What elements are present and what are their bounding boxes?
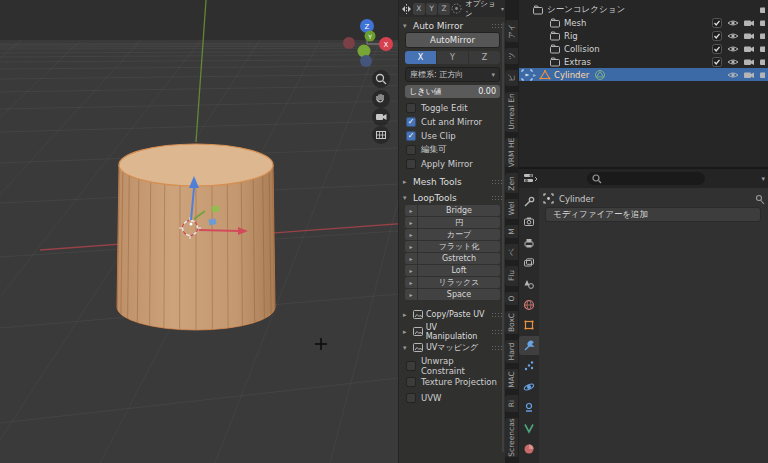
editor-type-icon[interactable] — [523, 172, 539, 185]
checkbox-toggle-icon[interactable] — [711, 43, 723, 55]
looptools-bridge-button[interactable]: Bridge — [418, 205, 500, 216]
camera-toggle-icon[interactable] — [743, 17, 755, 29]
checkbox-row[interactable]: Toggle Edit — [399, 101, 506, 115]
sidebar-tab-unreal-en[interactable]: Unreal En — [505, 92, 518, 131]
sidebar-tab--[interactable]: ビ — [505, 70, 518, 86]
panel-header-copy-paste-uv[interactable]: ▸ Copy/Paste UV — [399, 308, 506, 321]
properties-search-input[interactable] — [587, 172, 705, 185]
sidebar-tab--[interactable]: ベ — [505, 244, 518, 260]
expand-options-button[interactable]: ▸ — [405, 289, 417, 300]
orientation-dropdown[interactable]: 座標系: 正方向 ▾ — [405, 67, 500, 82]
outliner-row-extras[interactable]: Extras — [519, 55, 768, 68]
looptools-loft-button[interactable]: Loft — [418, 265, 500, 276]
edit-mode-icon[interactable] — [521, 69, 533, 81]
checkbox-toggle-icon[interactable] — [711, 17, 723, 29]
camera-toggle-icon[interactable] — [743, 43, 755, 55]
outliner-item-label[interactable]: Cylinder — [554, 70, 589, 80]
properties-tab-output[interactable] — [519, 233, 539, 252]
outliner-row-collision[interactable]: Collision — [519, 42, 768, 55]
panel-grip-icon[interactable] — [491, 195, 502, 200]
properties-tab-tool[interactable] — [519, 192, 539, 211]
sidebar-tab-m[interactable]: M — [505, 225, 518, 238]
properties-tab-object[interactable] — [519, 316, 539, 335]
nav-gizmo[interactable]: Z Y X — [340, 16, 400, 76]
sidebar-tab-flu[interactable]: Flu — [505, 266, 518, 286]
sidebar-tab-ri[interactable]: Ri — [505, 395, 518, 412]
properties-tab-render[interactable] — [519, 213, 539, 232]
sidebar-tab-wel[interactable]: Wel — [505, 199, 518, 219]
pin-icon[interactable] — [754, 194, 766, 206]
breadcrumb-object-name[interactable]: Cylinder — [559, 194, 594, 204]
sidebar-tab-zen[interactable]: Zen — [505, 173, 518, 193]
outliner-row-mesh[interactable]: Mesh — [519, 16, 768, 29]
looptools---button[interactable]: リラックス — [418, 277, 500, 288]
panel-header-looptools[interactable]: ▾ LoopTools — [399, 191, 506, 204]
camera-toggle-icon[interactable] — [743, 69, 755, 81]
outliner-row--[interactable]: シーンコレクション — [519, 3, 768, 16]
outliner-item-label[interactable]: Extras — [564, 57, 591, 67]
eye-toggle-icon[interactable] — [727, 69, 739, 81]
proportional-editing-icon[interactable] — [451, 3, 462, 15]
properties-tab-data[interactable] — [519, 419, 539, 438]
panel-header-mesh-tools[interactable]: ▸ Mesh Tools — [399, 175, 506, 188]
expand-options-button[interactable]: ▸ — [405, 265, 417, 276]
properties-tab-material[interactable] — [519, 439, 539, 458]
expand-options-button[interactable]: ▸ — [405, 205, 417, 216]
outliner-row-cylinder[interactable]: ▸Cylinder — [519, 68, 768, 81]
properties-tab-scene[interactable] — [519, 274, 539, 293]
panel-header-uv-manipulation[interactable]: ▸ UV Manipulation — [399, 325, 506, 338]
axis-y-button[interactable]: Y — [437, 51, 468, 64]
checkbox-row[interactable]: UVW — [399, 390, 506, 406]
properties-tab-particles[interactable] — [519, 357, 539, 376]
panel-grip-icon[interactable] — [491, 345, 502, 350]
render-toggle-icon[interactable] — [759, 17, 765, 29]
eye-toggle-icon[interactable] — [727, 17, 739, 29]
looptools-space-button[interactable]: Space — [418, 289, 500, 300]
panel-header-auto-mirror[interactable]: ▾ Auto Mirror — [399, 19, 506, 32]
properties-tab-world[interactable] — [519, 295, 539, 314]
properties-tab-constraints[interactable] — [519, 398, 539, 417]
checkbox-unchecked-icon[interactable] — [406, 361, 416, 371]
render-toggle-icon[interactable] — [759, 4, 765, 16]
checkbox-unchecked-icon[interactable] — [406, 377, 416, 387]
sidebar-tab-o[interactable]: O — [505, 292, 518, 305]
sidebar-tab-hard[interactable]: Hard — [505, 340, 518, 363]
threshold-slider[interactable]: しきい値 0.00 — [405, 85, 500, 98]
eye-toggle-icon[interactable] — [727, 56, 739, 68]
checkbox-row[interactable]: Unwrap Constraint — [399, 358, 506, 374]
eye-toggle-icon[interactable] — [727, 30, 739, 42]
camera-toggle-icon[interactable] — [743, 30, 755, 42]
outliner-item-label[interactable]: Collision — [564, 44, 600, 54]
mirror-x-toggle[interactable]: X — [413, 3, 425, 15]
camera-toggle-icon[interactable] — [743, 56, 755, 68]
outliner-item-label[interactable]: シーンコレクション — [547, 4, 625, 16]
checkbox-toggle-icon[interactable] — [711, 30, 723, 42]
render-toggle-icon[interactable] — [759, 30, 765, 42]
sidebar-tab-screencas[interactable]: Screencas — [505, 418, 518, 457]
properties-tab-physics[interactable] — [519, 377, 539, 396]
axis-x-button[interactable]: X — [405, 51, 436, 64]
axis-z-button[interactable]: Z — [469, 51, 500, 64]
render-toggle-icon[interactable] — [759, 69, 765, 81]
checkbox-unchecked-icon[interactable] — [406, 103, 416, 113]
nav-x-neg-ball[interactable] — [343, 37, 355, 49]
mirror-z-toggle[interactable]: Z — [438, 3, 450, 15]
expand-options-button[interactable]: ▸ — [405, 277, 417, 288]
checkbox-unchecked-icon[interactable] — [406, 145, 416, 155]
looptools---button[interactable]: 円 — [418, 217, 500, 228]
checkbox-toggle-icon[interactable] — [711, 56, 723, 68]
properties-tab-viewlayer[interactable] — [519, 254, 539, 273]
sidebar-tab--[interactable]: アイ — [505, 20, 518, 42]
sidebar-scrollbar[interactable] — [502, 22, 504, 452]
panel-grip-icon[interactable] — [491, 23, 502, 28]
zoom-tool-icon[interactable] — [370, 68, 392, 90]
mirror-y-toggle[interactable]: Y — [426, 3, 438, 15]
filter-dropdown-icon[interactable]: ▾ — [761, 175, 765, 183]
panel-grip-icon[interactable] — [491, 179, 502, 184]
expand-options-button[interactable]: ▸ — [405, 241, 417, 252]
sidebar-tab-boxc[interactable]: BoxC — [505, 311, 518, 334]
options-dropdown[interactable]: オプション▾ — [465, 0, 504, 19]
add-modifier-button[interactable]: モディファイアーを追加 — [545, 207, 761, 222]
checkbox-row[interactable]: Texture Projection — [399, 374, 506, 390]
automirror-button[interactable]: AutoMirror — [405, 32, 500, 48]
